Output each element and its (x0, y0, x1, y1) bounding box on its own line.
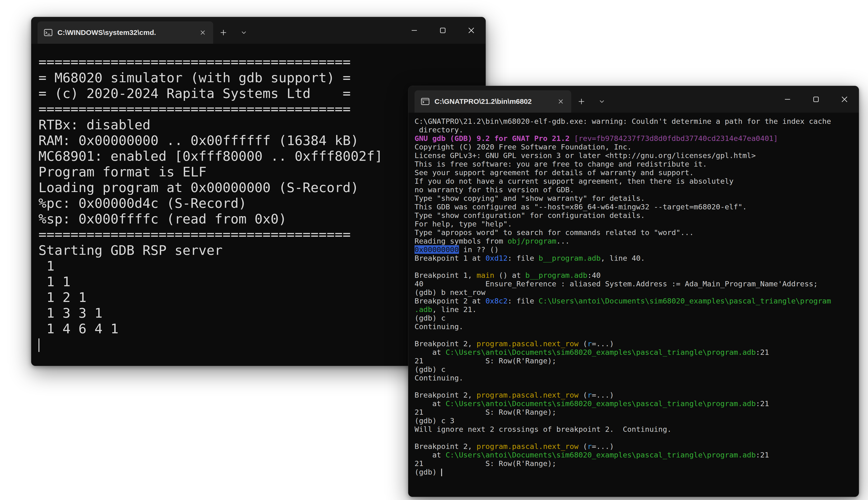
terminal-line: (gdb) c (414, 314, 852, 322)
terminal-line: Breakpoint 2, program.pascal.next_row (r… (414, 442, 852, 451)
terminal-line (414, 382, 852, 391)
terminal-line: (gdb) (414, 468, 852, 476)
terminal-line: Type "apropos word" to search for comman… (414, 228, 852, 237)
terminal-line: Copyright (C) 2020 Free Software Foundat… (414, 143, 852, 151)
terminal-line: Will ignore next 2 crossings of breakpoi… (414, 425, 852, 433)
gdb-tab[interactable]: C:\GNATPRO\21.2\bin\m6802 (414, 90, 571, 113)
terminal-line: .adb, line 21. (414, 305, 852, 314)
cmd-tab-dropdown-button[interactable] (234, 21, 254, 44)
terminal-line (414, 262, 852, 271)
terminal-icon (421, 97, 430, 106)
terminal-line: Breakpoint 2 at 0x8c2: file C:\Users\ant… (414, 297, 852, 305)
cmd-new-tab-button[interactable] (213, 21, 234, 44)
terminal-line: 40 Ensure_Reference : aliased System.Add… (414, 280, 852, 288)
gdb-window: C:\GNATPRO\21.2\bin\m6802 (408, 86, 859, 497)
terminal-line: (gdb) c (414, 365, 852, 374)
terminal-line: (gdb) b next_row (414, 288, 852, 297)
gdb-tab-title: C:\GNATPRO\21.2\bin\m6802 (434, 98, 550, 105)
terminal-line: at C:\Users\antoi\Documents\sim68020_exa… (414, 348, 852, 356)
gdb-titlebar: C:\GNATPRO\21.2\bin\m6802 (408, 86, 859, 113)
terminal-line: Breakpoint 2, program.pascal.next_row (r… (414, 391, 852, 399)
cmd-tab-title: C:\WINDOWS\system32\cmd. (57, 29, 192, 37)
cmd-tab[interactable]: C:\WINDOWS\system32\cmd. (37, 21, 213, 44)
terminal-line: This is free software: you are free to c… (414, 160, 852, 168)
cmd-window-controls (400, 17, 485, 44)
cmd-maximize-button[interactable] (429, 17, 457, 44)
cmd-titlebar: C:\WINDOWS\system32\cmd. (31, 17, 485, 44)
terminal-line: Type "show copying" and "show warranty" … (414, 194, 852, 203)
gdb-maximize-button[interactable] (802, 86, 830, 113)
terminal-line: at C:\Users\antoi\Documents\sim68020_exa… (414, 399, 852, 408)
gdb-tab-dropdown-button[interactable] (591, 90, 612, 113)
gdb-new-tab-button[interactable] (571, 90, 591, 113)
terminal-line: For help, type "help". (414, 219, 852, 228)
terminal-line: Breakpoint 1, main () at b__program.adb:… (414, 271, 852, 280)
gdb-minimize-button[interactable] (773, 86, 802, 113)
terminal-line: 0x00000000 in ?? () (414, 245, 852, 254)
terminal-line (414, 433, 852, 442)
terminal-line: See your support agreement for details o… (414, 168, 852, 177)
terminal-line: If you do not have a current support agr… (414, 177, 852, 185)
terminal-line: C:\GNATPRO\21.2\bin\m68020-elf-gdb.exe: … (414, 117, 852, 125)
gdb-terminal-output[interactable]: C:\GNATPRO\21.2\bin\m68020-elf-gdb.exe: … (408, 113, 859, 497)
desktop: C:\WINDOWS\system32\cmd. (0, 0, 868, 500)
terminal-line: 21 S: Row(R'Range); (414, 459, 852, 468)
terminal-line: directory. (414, 125, 852, 134)
terminal-line: = M68020 simulator (with gdb support) = (38, 70, 478, 86)
terminal-line: Type "show configuration" for configurat… (414, 211, 852, 219)
terminal-line: at C:\Users\antoi\Documents\sim68020_exa… (414, 451, 852, 459)
cmd-minimize-button[interactable] (400, 17, 429, 44)
terminal-line: no warranty for this version of GDB. (414, 185, 852, 194)
terminal-line: ======================================= (38, 54, 478, 70)
cmd-close-button[interactable] (457, 17, 485, 44)
gdb-close-button[interactable] (830, 86, 859, 113)
terminal-line: Continuing. (414, 322, 852, 331)
gdb-window-controls (773, 86, 859, 113)
terminal-line: License GPLv3+: GNU GPL version 3 or lat… (414, 151, 852, 160)
terminal-line: Reading symbols from obj/program... (414, 237, 852, 245)
terminal-line: GNU gdb (GDB) 9.2 for GNAT Pro 21.2 [rev… (414, 134, 852, 143)
terminal-line: 21 S: Row(R'Range); (414, 356, 852, 365)
terminal-line (414, 331, 852, 339)
terminal-line: 21 S: Row(R'Range); (414, 408, 852, 416)
terminal-line: This GDB was configured as "--host=x86_6… (414, 203, 852, 211)
cmd-tab-close-icon[interactable] (197, 26, 209, 39)
cmd-icon (44, 28, 53, 37)
terminal-line: Breakpoint 2, program.pascal.next_row (r… (414, 339, 852, 348)
terminal-line: Continuing. (414, 374, 852, 382)
gdb-tab-close-icon[interactable] (555, 95, 567, 107)
terminal-line: (gdb) c 3 (414, 416, 852, 425)
terminal-line: Breakpoint 1 at 0xd12: file b__program.a… (414, 254, 852, 262)
